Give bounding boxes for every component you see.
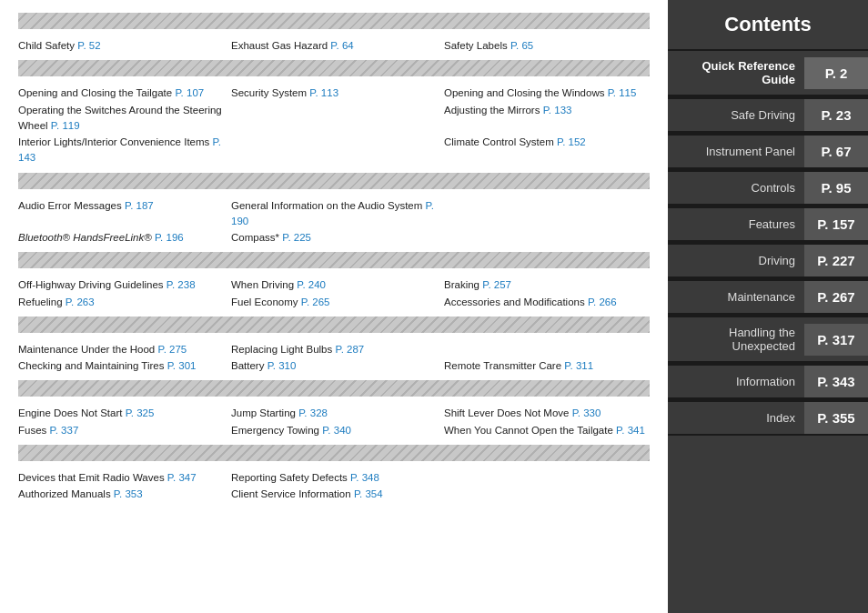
item-row: Fuses P. 337Emergency Towing P. 340When … (18, 423, 650, 438)
page-ref-link[interactable]: P. 225 (282, 232, 311, 243)
page-ref-link[interactable]: P. 347 (167, 472, 197, 483)
item-col: When You Cannot Open the Tailgate P. 341 (444, 423, 650, 438)
item-row: Child Safety P. 52Exhaust Gas Hazard P. … (18, 38, 650, 54)
page-ref-link[interactable]: P. 353 (114, 488, 143, 499)
sidebar-item-features[interactable]: FeaturesP. 157 (668, 206, 868, 240)
item-col: Shift Lever Does Not Move P. 330 (444, 406, 650, 421)
item-text: Jump Starting (231, 407, 298, 418)
sidebar-item-controls[interactable]: ControlsP. 95 (668, 170, 868, 204)
page-ref-link[interactable]: P. 337 (50, 425, 79, 436)
item-text: Braking (444, 279, 482, 290)
item-text: Fuses (18, 425, 50, 436)
section-divider (18, 252, 650, 268)
sidebar-item-index[interactable]: IndexP. 355 (668, 400, 868, 436)
item-col (444, 230, 650, 246)
item-row: Off-Highway Driving Guidelines P. 238Whe… (18, 277, 650, 293)
page-ref-link[interactable]: P. 341 (616, 425, 645, 436)
item-row: Engine Does Not Start P. 325Jump Startin… (18, 406, 650, 421)
item-col: When Driving P. 240 (231, 277, 444, 293)
page-ref-link[interactable]: P. 354 (354, 488, 383, 499)
section-block-4: Maintenance Under the Hood P. 275Replaci… (18, 317, 650, 377)
item-col: Operating the Switches Around the Steeri… (18, 103, 231, 135)
sidebar-item-instrument-panel[interactable]: Instrument PanelP. 67 (668, 134, 868, 167)
page-ref-link[interactable]: P. 340 (322, 425, 351, 436)
sidebar-item-page: P. 67 (804, 136, 868, 167)
item-text: When Driving (231, 279, 297, 290)
page-ref-link[interactable]: P. 275 (157, 344, 187, 355)
item-row: Audio Error Messages P. 187General Infor… (18, 198, 650, 230)
section-items: Maintenance Under the Hood P. 275Replaci… (18, 338, 650, 377)
item-col: Refueling P. 263 (18, 295, 231, 310)
item-col: Fuses P. 337 (18, 423, 231, 438)
item-col (444, 198, 650, 230)
page-ref-link[interactable]: P. 266 (588, 296, 617, 307)
page-ref-link[interactable]: P. 133 (543, 105, 572, 116)
page-ref-link[interactable]: P. 325 (126, 407, 155, 418)
section-block-5: Engine Does Not Start P. 325Jump Startin… (18, 380, 650, 441)
item-col: Authorized Manuals P. 353 (18, 487, 231, 502)
item-col: Fuel Economy P. 265 (231, 295, 444, 310)
item-text: Battery (231, 360, 267, 371)
section-items: Engine Does Not Start P. 325Jump Startin… (18, 402, 650, 441)
sidebar-item-page: P. 267 (804, 281, 868, 313)
page-ref-link[interactable]: P. 119 (51, 120, 80, 131)
page-ref-link[interactable]: P. 240 (297, 279, 326, 290)
sidebar-item-page: P. 23 (804, 99, 868, 131)
item-text: Security System (231, 87, 309, 98)
item-text: Engine Does Not Start (18, 407, 126, 418)
page-ref-link[interactable]: P. 348 (350, 472, 379, 483)
content-area: Child Safety P. 52Exhaust Gas Hazard P. … (0, 0, 668, 613)
item-col: Child Safety P. 52 (18, 38, 231, 54)
page-ref-link[interactable]: P. 310 (267, 360, 297, 371)
item-text: Refueling (18, 296, 66, 307)
page-ref-link[interactable]: P. 187 (125, 200, 154, 211)
sidebar-item-maintenance[interactable]: MaintenanceP. 267 (668, 279, 868, 313)
item-col: Interior Lights/Interior Convenience Ite… (18, 135, 231, 166)
item-col: Opening and Closing the Windows P. 115 (444, 85, 650, 101)
page-ref-link[interactable]: P. 64 (330, 40, 353, 51)
page-ref-link[interactable]: P. 238 (167, 279, 196, 290)
page-ref-link[interactable]: P. 265 (301, 296, 330, 307)
sidebar-item-page: P. 2 (804, 57, 868, 89)
item-col: Jump Starting P. 328 (231, 406, 444, 421)
item-col (231, 135, 444, 166)
sidebar-item-page: P. 343 (804, 366, 868, 397)
item-col (444, 342, 650, 357)
item-text: Compass* (231, 232, 282, 243)
page-ref-link[interactable]: P. 115 (608, 87, 637, 98)
item-col: General Information on the Audio System … (231, 198, 444, 230)
item-row: Bluetooth® HandsFreeLink® P. 196Compass*… (18, 230, 650, 246)
page-ref-link[interactable]: P. 257 (482, 279, 511, 290)
page-ref-link[interactable]: P. 196 (155, 232, 184, 243)
sidebar-item-information[interactable]: InformationP. 343 (668, 364, 868, 397)
sidebar-item-handling-the-unexpected[interactable]: Handling the UnexpectedP. 317 (668, 316, 868, 361)
item-text: Fuel Economy (231, 296, 301, 307)
item-col (231, 103, 444, 135)
item-text: General Information on the Audio System (231, 200, 426, 211)
page-ref-link[interactable]: P. 287 (335, 344, 364, 355)
page-ref-link[interactable]: P. 107 (175, 87, 204, 98)
section-divider (18, 13, 650, 29)
page-ref-link[interactable]: P. 52 (77, 40, 100, 51)
sidebar: Contents Quick Reference GuideP. 2Safe D… (668, 0, 868, 613)
sidebar-item-page: P. 227 (804, 245, 868, 276)
page-ref-link[interactable]: P. 311 (564, 360, 593, 371)
item-row: Checking and Maintaining Tires P. 301Bat… (18, 358, 650, 374)
page-ref-link[interactable]: P. 152 (557, 136, 586, 147)
page-ref-link[interactable]: P. 330 (572, 407, 601, 418)
page-ref-link[interactable]: P. 301 (167, 360, 197, 371)
sidebar-item-driving[interactable]: DrivingP. 227 (668, 243, 868, 276)
section-block-0: Child Safety P. 52Exhaust Gas Hazard P. … (18, 13, 650, 56)
page-ref-link[interactable]: P. 328 (298, 407, 328, 418)
item-col: Checking and Maintaining Tires P. 301 (18, 358, 231, 374)
sidebar-item-page: P. 157 (804, 208, 868, 240)
item-col: Devices that Emit Radio Waves P. 347 (18, 470, 231, 486)
sidebar-item-safe-driving[interactable]: Safe DrivingP. 23 (668, 97, 868, 131)
item-col: Remote Transmitter Care P. 311 (444, 358, 650, 374)
page-ref-link[interactable]: P. 263 (66, 296, 95, 307)
item-text: Safety Labels (444, 40, 510, 51)
sidebar-item-quick-reference-guide[interactable]: Quick Reference GuideP. 2 (668, 49, 868, 95)
section-divider (18, 317, 650, 333)
page-ref-link[interactable]: P. 65 (510, 40, 533, 51)
page-ref-link[interactable]: P. 113 (309, 87, 338, 98)
